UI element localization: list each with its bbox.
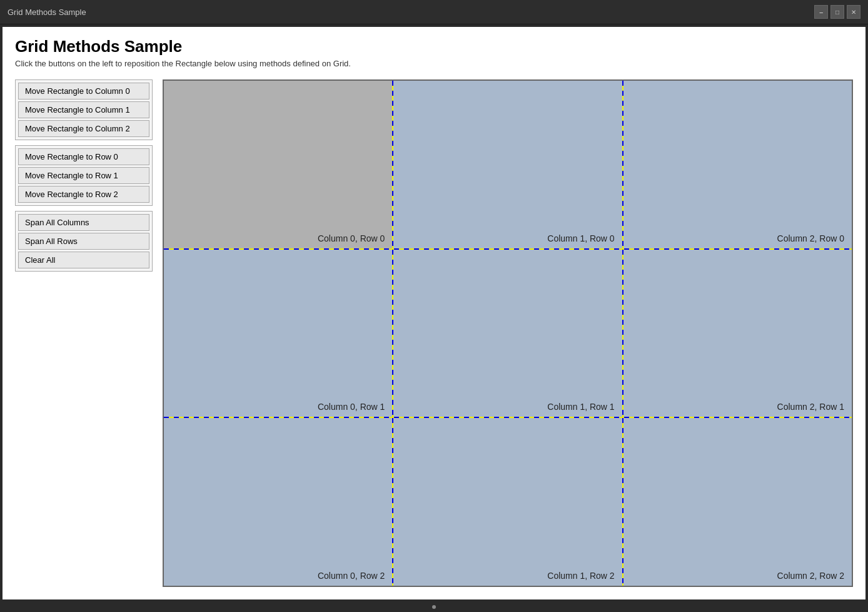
move-row-0-button[interactable]: Move Rectangle to Row 0 xyxy=(18,148,149,165)
grid-cell-label: Column 0, Row 2 xyxy=(318,571,385,581)
grid-cell-col2-row2: Column 2, Row 2 xyxy=(623,418,852,586)
move-col-1-button[interactable]: Move Rectangle to Column 1 xyxy=(18,101,149,118)
grid-cell-label: Column 2, Row 2 xyxy=(777,571,844,581)
minimize-button[interactable]: ‒ xyxy=(814,5,828,19)
grid-cell-label: Column 1, Row 2 xyxy=(547,571,614,581)
title-bar-controls: ‒ □ ✕ xyxy=(814,5,860,19)
page-subtitle: Click the buttons on the left to reposit… xyxy=(15,59,853,68)
grid-cell-col1-row2: Column 1, Row 2 xyxy=(393,418,622,586)
grid-cell-col0-row0: Column 0, Row 0 xyxy=(164,81,392,248)
page-title: Grid Methods Sample xyxy=(15,37,853,56)
move-col-0-button[interactable]: Move Rectangle to Column 0 xyxy=(18,83,149,99)
close-button[interactable]: ✕ xyxy=(847,5,860,19)
move-row-2-button[interactable]: Move Rectangle to Row 2 xyxy=(18,186,149,203)
grid-cell-label: Column 1, Row 1 xyxy=(547,402,614,412)
grid-cell-label: Column 0, Row 0 xyxy=(318,233,385,243)
page-header: Grid Methods Sample Click the buttons on… xyxy=(3,27,865,73)
scroll-indicator xyxy=(432,605,436,609)
span-button-group: Span All Columns Span All Rows Clear All xyxy=(15,211,153,272)
grid-cell-col0-row2: Column 0, Row 2 xyxy=(164,418,392,586)
span-all-columns-button[interactable]: Span All Columns xyxy=(18,214,149,231)
move-col-2-button[interactable]: Move Rectangle to Column 2 xyxy=(18,120,149,137)
clear-all-button[interactable]: Clear All xyxy=(18,252,149,268)
left-panel: Move Rectangle to Column 0 Move Rectangl… xyxy=(15,79,153,587)
row-button-group: Move Rectangle to Row 0 Move Rectangle t… xyxy=(15,145,153,206)
title-bar-text: Grid Methods Sample xyxy=(8,8,86,17)
grid-cell-label: Column 2, Row 0 xyxy=(777,233,844,243)
grid-cell-col2-row0: Column 2, Row 0 xyxy=(623,81,852,248)
content-area: Move Rectangle to Column 0 Move Rectangl… xyxy=(3,73,865,599)
grid-cell-label: Column 2, Row 1 xyxy=(777,402,844,412)
title-bar: Grid Methods Sample ‒ □ ✕ xyxy=(0,0,868,24)
grid-cell-label: Column 1, Row 0 xyxy=(547,233,614,243)
grid-cell-label: Column 0, Row 1 xyxy=(318,402,385,412)
span-all-rows-button[interactable]: Span All Rows xyxy=(18,233,149,250)
grid-cell-col1-row1: Column 1, Row 1 xyxy=(393,250,622,417)
bottom-bar xyxy=(0,602,868,612)
move-row-1-button[interactable]: Move Rectangle to Row 1 xyxy=(18,167,149,184)
grid-cell-col0-row1: Column 0, Row 1 xyxy=(164,250,392,417)
grid-cell-col2-row1: Column 2, Row 1 xyxy=(623,250,852,417)
grid-cell-col1-row0: Column 1, Row 0 xyxy=(393,81,622,248)
main-window: Grid Methods Sample Click the buttons on… xyxy=(3,27,865,599)
grid-display: Column 0, Row 0 Column 1, Row 0 Column 2… xyxy=(163,79,853,587)
column-button-group: Move Rectangle to Column 0 Move Rectangl… xyxy=(15,79,153,140)
maximize-button[interactable]: □ xyxy=(830,5,844,19)
